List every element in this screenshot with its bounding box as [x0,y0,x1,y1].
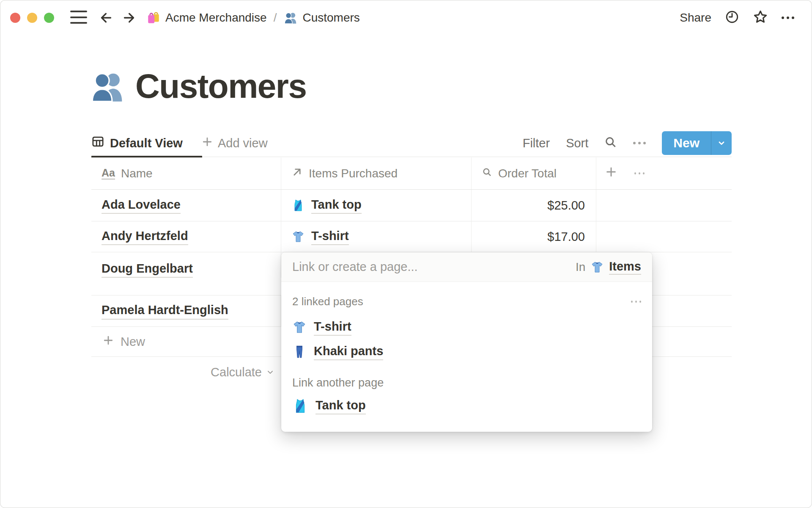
jeans-emoji [292,345,307,359]
column-header-order-total[interactable]: Order Total [472,157,596,189]
t-shirt-emoji [291,230,305,243]
link-search-input[interactable]: Link or create a page... [292,260,418,274]
people-emoji [283,11,298,25]
name-cell[interactable]: Andy Hertzfeld [91,221,281,252]
updates-clock-icon[interactable] [725,10,739,26]
calculate-button[interactable]: Calculate [91,357,281,387]
breadcrumb-separator: / [272,11,279,25]
shopping-bags-emoji [146,11,161,25]
relation-arrow-icon [291,166,303,181]
empty-cell[interactable] [596,221,732,252]
popup-search-bar: Link or create a page... In Items [281,252,652,282]
plus-icon [102,334,114,349]
empty-cell[interactable] [596,190,732,221]
page-link[interactable]: Pamela Hardt-English [102,302,228,319]
plus-icon [201,136,213,151]
breadcrumb-item-workspace[interactable]: Acme Merchandise [146,11,267,25]
t-shirt-emoji [292,320,307,334]
filter-button[interactable]: Filter [523,136,550,150]
breadcrumb-item-current-page[interactable]: Customers [283,11,359,25]
rollup-magnifier-icon [482,167,492,180]
zoom-window-button[interactable] [44,13,54,23]
link-another-page-label: Link another page [292,376,641,389]
linked-pages-count-label: 2 linked pages [292,295,363,308]
page-title-block: Customers [89,67,306,106]
new-button-group: New [662,131,732,155]
close-window-button[interactable] [10,13,20,23]
table-options-icon[interactable] [634,168,645,179]
table-row: Ada Lovelace Tank top $25.00 [91,190,732,221]
order-total-cell[interactable]: $25.00 [472,190,596,221]
item-page-link[interactable]: Tank top [311,197,362,214]
new-dropdown-chevron-icon[interactable] [711,131,732,155]
suggested-page-label[interactable]: Tank top [315,398,366,414]
popup-in-database: In Items [576,260,641,275]
name-cell[interactable]: Pamela Hardt-English [91,295,281,326]
tab-default-view[interactable]: Default View [91,135,183,151]
search-icon[interactable] [604,136,617,150]
page-people-emoji[interactable] [89,68,126,105]
popup-body: 2 linked pages T-shirt [281,295,652,418]
window-controls [10,13,54,23]
add-column-icon[interactable] [605,166,617,181]
t-shirt-emoji [590,260,604,274]
page-link[interactable]: Doug Engelbart [102,261,193,278]
linked-page-label[interactable]: Khaki pants [314,343,383,360]
items-database-link[interactable]: Items [609,260,641,275]
tank-top-emoji [292,398,308,414]
page-title[interactable]: Customers [135,67,306,106]
order-total-cell[interactable]: $17.00 [472,221,596,252]
linked-page-item[interactable]: Khaki pants [292,340,641,364]
page-link[interactable]: Andy Hertzfeld [102,228,188,245]
item-page-link[interactable]: T-shirt [311,228,349,245]
new-button[interactable]: New [662,131,711,155]
view-options-icon[interactable] [633,142,646,144]
column-header-name[interactable]: Aa Name [91,157,281,189]
table-header: Aa Name Items Purchased Order Total [91,157,732,190]
linked-page-label[interactable]: T-shirt [314,319,351,336]
items-cell[interactable]: Tank top [281,190,472,221]
column-header-items-purchased[interactable]: Items Purchased [281,157,472,189]
notion-window: Acme Merchandise / Customers Share [0,0,812,508]
items-cell[interactable]: T-shirt [281,221,472,252]
name-cell[interactable]: Ada Lovelace [91,190,281,221]
back-arrow-icon[interactable] [98,10,114,26]
text-property-icon: Aa [102,167,115,179]
breadcrumb-page-label: Customers [302,11,359,25]
suggested-page-item[interactable]: Tank top [292,394,641,418]
sort-button[interactable]: Sort [566,136,588,150]
more-options-icon[interactable] [782,17,794,19]
minimize-window-button[interactable] [27,13,37,23]
table-row: Andy Hertzfeld T-shirt $17.00 [91,221,732,252]
column-header-extra [596,157,732,189]
chevron-down-icon [266,365,274,379]
tank-top-emoji [291,199,305,212]
breadcrumb-workspace-label: Acme Merchandise [165,11,267,25]
link-page-popup: Link or create a page... In Items 2 link… [281,252,652,432]
view-toolbar: Default View Add view Filter Sort New [91,130,732,157]
topbar-actions: Share [680,0,794,36]
favorite-star-icon[interactable] [753,9,768,26]
add-view-button[interactable]: Add view [201,136,268,151]
linked-page-item[interactable]: T-shirt [292,315,641,340]
linked-pages-options-icon[interactable] [631,296,641,306]
name-cell[interactable]: Doug Engelbart [91,252,281,278]
page-link[interactable]: Ada Lovelace [102,197,181,214]
breadcrumb: Acme Merchandise / Customers [146,0,360,36]
sidebar-menu-icon[interactable] [70,11,87,24]
forward-arrow-icon[interactable] [121,10,137,26]
share-button[interactable]: Share [680,11,711,25]
table-view-icon [91,135,104,151]
